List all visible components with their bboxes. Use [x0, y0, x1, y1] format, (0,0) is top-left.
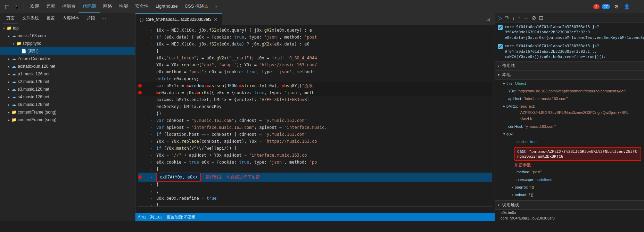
cloud-icon-s3: ☁	[11, 87, 17, 92]
code-line-6: - Y0x = Y0x.replace("api", "weapi"); Y0x…	[138, 61, 492, 68]
device-icon[interactable]: 📱	[13, 2, 21, 11]
step-icon[interactable]: →	[523, 15, 529, 21]
code-content[interactable]: - i0x = NEJ.X(i0x, j0x.fS2x(e0x.query) ?…	[135, 25, 495, 213]
scope-key-this: this:	[506, 80, 513, 86]
tab-fragments[interactable]: 片段	[83, 13, 99, 24]
scope-val-this: Object	[515, 80, 526, 86]
tab-close-button[interactable]: ✕	[214, 17, 218, 22]
tree-item-top[interactable]: ▾ 📁 top	[0, 24, 135, 32]
code-line-7: - e0x.method = "post"; e0x = {cookie: tr…	[138, 68, 492, 75]
bp-checkbox-2[interactable]	[498, 44, 503, 49]
tab-performance[interactable]: 性能	[116, 0, 132, 13]
callstack-arrow: ▾	[498, 203, 499, 207]
scope-item-noescape: noescape: undefined	[501, 176, 644, 183]
cloud-icon-s6: ☁	[11, 102, 17, 107]
code-line-1: - i0x = NEJ.X(i0x, j0x.fS2x(e0x.query) ?…	[138, 27, 492, 34]
center-panel: { } core_9f04fa0da1...ac2b3230303ef3 ✕ ⊡…	[135, 13, 495, 221]
callstack-item-2[interactable]: core_9f04fa0da1...b3230303ef3	[495, 215, 644, 221]
tree-label-top: top	[13, 26, 19, 31]
code-line-24: - u0x.be0x.redefine = true	[138, 195, 492, 202]
tree-item-s3[interactable]: ▸ ☁ s3.music.126.net	[0, 85, 135, 93]
horizontal-scrollbar-area[interactable]	[138, 206, 492, 213]
bp-text-1: core_9f04fa0da16701d1abac2b3230303ef3.js…	[505, 24, 644, 40]
inspect-icon[interactable]: ⬚	[3, 2, 11, 11]
status-coverage: 覆盖范围: 不适用	[167, 215, 196, 220]
scope-item-bmr1x[interactable]: ▸ bMr1x: {encText: 'AZPEIXkf+IJEGR3ovBRL…	[501, 102, 644, 123]
status-position: 行92，列1183	[138, 215, 163, 220]
scope-val-onerror: f ()	[530, 184, 534, 190]
tab-lighthouse[interactable]: Lighthouse	[152, 0, 181, 13]
tab-overrides[interactable]: 覆盖	[43, 13, 58, 24]
tab-snippets[interactable]: 内容脚本	[59, 13, 83, 24]
scope-item-cookie: cookie: true	[501, 138, 644, 146]
tree-label-contentframe2: contentFrame (song)	[18, 117, 56, 122]
scope-key-onerror: onerror:	[515, 184, 528, 190]
toolbar-separator	[24, 3, 24, 10]
tab-elements[interactable]: 元素	[43, 0, 59, 13]
annotation-encrypted-text: 加密参数	[514, 162, 531, 168]
tree-item-zotero[interactable]: ▸ ☁ Zotero Connector	[0, 55, 135, 63]
tree-item-contentframe2[interactable]: ▸ 📁 contentFrame (song)	[0, 116, 135, 124]
step-out-icon[interactable]: ↑	[518, 15, 520, 21]
tree-item-contentframe1[interactable]: ▸ 📁 contentFrame (song)	[0, 108, 135, 116]
tree-item-p1[interactable]: ▸ ☁ p1.music.126.net	[0, 70, 135, 78]
more-tabs-icon[interactable]: ···	[99, 16, 108, 22]
code-line-12: - })	[138, 110, 492, 117]
tab-welcome[interactable]: 欢迎	[27, 0, 43, 13]
scope-val-onload: f ()	[529, 192, 533, 198]
more-icon[interactable]: ...	[633, 2, 641, 11]
code-line-3: - i0x = NEJ.X(i0x, j0x.fS2x(e0x.data) ? …	[138, 41, 492, 48]
scope-key-cdnhost: cdnHost:	[508, 123, 523, 130]
callstack-header[interactable]: ▾ 调用堆栈	[495, 201, 644, 210]
add-tab-icon[interactable]: +	[212, 2, 220, 11]
scope-key-cookie: cookie:	[517, 139, 529, 145]
scope-item-e0x[interactable]: ▾ e0x:	[501, 130, 644, 138]
editor-tab-label: core_9f04fa0da1...ac2b3230303ef3	[146, 17, 212, 22]
tab-security[interactable]: 安全性	[132, 0, 152, 13]
disable-icon[interactable]: ⊟	[539, 15, 543, 21]
tab-network[interactable]: 网络	[100, 0, 116, 13]
tab-page[interactable]: 页面	[3, 13, 18, 24]
scope-item-this[interactable]: ▸ this: Object	[501, 80, 644, 87]
tab-css[interactable]: CSS 概述 ⚠	[181, 0, 212, 13]
deactivate-icon[interactable]: ⊘	[531, 15, 536, 21]
scope-val-method: "post"	[532, 169, 542, 175]
folder-icon-top: 📁	[6, 26, 12, 31]
tree-item-stpip[interactable]: ▸ 📁 st/pip/lyric	[0, 40, 135, 47]
scope-item-method: method: "post"	[501, 168, 644, 176]
scope-item-onerror: ▸ onerror: f ()	[501, 183, 644, 191]
editor-tab-bar: { } core_9f04fa0da1...ac2b3230303ef3 ✕ ⊡	[135, 13, 495, 25]
tree-item-s2[interactable]: ▸ ☁ s2.music.126.net	[0, 78, 135, 85]
editor-split-icon[interactable]: ⊡	[484, 15, 493, 23]
tree-item-s6[interactable]: ▸ ☁ s6.music.126.net	[0, 101, 135, 108]
tree-item-music163[interactable]: ▸ ☁ music.163.com	[0, 32, 135, 40]
code-line-13: - var cdnHost = "y.music.163.com"; cdnHo…	[138, 117, 492, 124]
editor-tab-active[interactable]: { } core_9f04fa0da1...ac2b3230303ef3 ✕	[135, 13, 222, 25]
settings-icon[interactable]: ⚙	[612, 2, 620, 11]
scope-key-y0x: Y0x:	[508, 88, 516, 94]
left-panel: 页面 文件系统 覆盖 内容脚本 片段 ··· ▾ 📁 top ▸ ☁ music…	[0, 13, 135, 221]
scope-title-bendi: 本地	[502, 72, 511, 78]
code-line-5: - i0x["csrf_token"] = u0x.gV2x("__csrf")…	[138, 55, 492, 61]
tab-filesystem[interactable]: 文件系统	[19, 13, 42, 24]
tab-console[interactable]: 控制台	[59, 0, 79, 13]
tree-item-s4[interactable]: ▸ ☁ s4.music.126.net	[0, 93, 135, 101]
scope-val-noescape: undefined	[536, 176, 552, 183]
step-over-icon[interactable]: ↷	[505, 15, 509, 21]
callstack-item-1[interactable]: u0x.be0x	[495, 210, 644, 215]
cloud-icon-acstatic: ☁	[11, 64, 17, 69]
tab-sources[interactable]: 代码源	[79, 0, 100, 13]
scope-header-zuoyongyu[interactable]: ▸ 作用域	[495, 61, 644, 71]
tree-item-index[interactable]: ▸ 📄 (索引)	[0, 47, 135, 55]
tree-arrow-s2: ▸	[6, 80, 11, 84]
bp-checkbox-1[interactable]	[498, 25, 503, 30]
tree-label-s2: s2.music.126.net	[18, 79, 49, 84]
file-icon-index: 📄	[21, 49, 26, 53]
scope-header-bendi[interactable]: ▾ 本地	[495, 71, 644, 80]
scope-val-cookie: true	[530, 139, 537, 145]
account-icon[interactable]: 👤	[622, 2, 631, 11]
tree-item-acstatic[interactable]: ▸ ☁ acstatic-dun.126.net	[0, 63, 135, 70]
code-line-bp2: - ●e0x.data = j0x.●cr0x({ e0x = {cookie:…	[138, 89, 492, 96]
resume-icon[interactable]: ▷	[498, 15, 502, 21]
step-into-icon[interactable]: ↓	[512, 15, 515, 21]
